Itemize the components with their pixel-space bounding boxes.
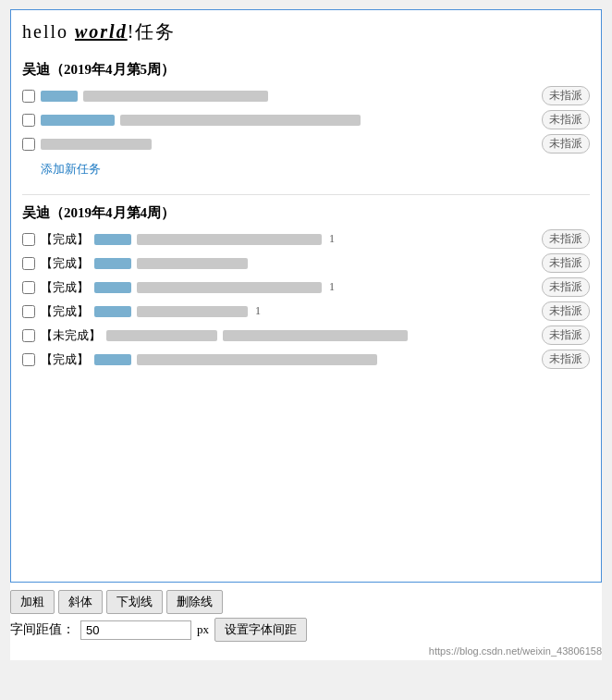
task-content: 【完成】 1	[41, 279, 536, 296]
task-blur-text	[137, 258, 248, 269]
task-blur-text	[120, 115, 361, 126]
title-suffix: !任务	[128, 21, 177, 42]
formatting-toolbar: 加粗 斜体 下划线 删除线	[10, 583, 602, 618]
unassigned-badge: 未指派	[542, 350, 590, 369]
task-row: 【完成】 未指派	[22, 253, 590, 273]
task-blur-text	[94, 234, 131, 245]
section-week5-header: 吴迪（2019年4月第5周）	[22, 61, 590, 79]
spacing-label: 字间距值：	[10, 621, 75, 638]
task-blur-text	[41, 115, 115, 126]
task-content: 【完成】	[41, 255, 536, 272]
title-prefix: hello	[22, 21, 75, 42]
task-checkbox[interactable]	[22, 90, 35, 103]
task-blur-text	[83, 91, 268, 102]
task-checkbox[interactable]	[22, 281, 35, 294]
task-prefix: 【完成】	[41, 303, 89, 320]
bold-button[interactable]: 加粗	[10, 590, 55, 614]
task-prefix: 【完成】	[41, 255, 89, 272]
task-count: 1	[253, 304, 263, 318]
task-blur-text	[41, 91, 78, 102]
task-content	[41, 115, 536, 126]
set-spacing-button[interactable]: 设置字体间距	[214, 618, 307, 642]
page-title: hello world!任务	[22, 19, 590, 44]
strikethrough-button[interactable]: 删除线	[166, 590, 223, 614]
task-row: 【完成】 未指派	[22, 350, 590, 369]
unassigned-badge: 未指派	[542, 253, 590, 273]
task-blur-text	[94, 282, 131, 293]
title-world: world	[75, 21, 128, 42]
spacing-unit: px	[197, 622, 209, 637]
task-content: 【未完成】	[41, 327, 536, 344]
task-prefix: 【完成】	[41, 231, 89, 248]
task-blur-text	[94, 354, 131, 365]
section-week4-header: 吴迪（2019年4月第4周）	[22, 204, 590, 222]
unassigned-badge: 未指派	[542, 134, 590, 154]
task-content: 【完成】	[41, 351, 536, 368]
task-prefix: 【完成】	[41, 351, 89, 368]
task-checkbox[interactable]	[22, 305, 35, 318]
section-divider	[22, 194, 590, 195]
unassigned-badge: 未指派	[542, 229, 590, 249]
unassigned-badge: 未指派	[542, 110, 590, 129]
task-row: 【完成】 1 未指派	[22, 301, 590, 321]
task-blur-text	[137, 282, 322, 293]
task-prefix: 【完成】	[41, 279, 89, 296]
task-content: 【完成】 1	[41, 231, 536, 248]
unassigned-badge: 未指派	[542, 325, 590, 345]
task-row: 未指派	[22, 86, 590, 105]
task-checkbox[interactable]	[22, 353, 35, 366]
section-week5: 吴迪（2019年4月第5周） 未指派 未指派	[22, 61, 590, 178]
content-area: hello world!任务 吴迪（2019年4月第5周） 未指派 未	[10, 9, 602, 583]
task-blur-text	[94, 306, 131, 317]
task-blur-text	[137, 306, 248, 317]
page-wrapper: hello world!任务 吴迪（2019年4月第5周） 未指派 未	[10, 9, 602, 660]
spacing-input[interactable]	[80, 620, 191, 640]
task-checkbox[interactable]	[22, 257, 35, 270]
add-task-link[interactable]: 添加新任务	[41, 161, 101, 178]
task-blur-text	[94, 258, 131, 269]
letter-spacing-row: 字间距值： px 设置字体间距	[10, 618, 602, 642]
unassigned-badge: 未指派	[542, 86, 590, 105]
unassigned-badge: 未指派	[542, 301, 590, 321]
task-row: 【完成】 1 未指派	[22, 229, 590, 249]
watermark: https://blog.csdn.net/weixin_43806158	[10, 642, 602, 660]
section-week4: 吴迪（2019年4月第4周） 【完成】 1 未指派 【完成】	[22, 204, 590, 369]
underline-button[interactable]: 下划线	[106, 590, 163, 614]
task-count: 1	[327, 280, 337, 294]
italic-button[interactable]: 斜体	[58, 590, 103, 614]
task-content	[41, 139, 536, 150]
unassigned-badge: 未指派	[542, 277, 590, 297]
task-count: 1	[327, 232, 337, 246]
task-checkbox[interactable]	[22, 233, 35, 246]
task-prefix: 【未完成】	[41, 327, 101, 344]
task-blur-text	[106, 330, 217, 341]
task-row: 未指派	[22, 110, 590, 129]
task-content	[41, 91, 536, 102]
task-checkbox[interactable]	[22, 138, 35, 151]
task-row: 未指派	[22, 134, 590, 154]
task-checkbox[interactable]	[22, 114, 35, 127]
task-blur-text	[137, 234, 322, 245]
task-checkbox[interactable]	[22, 329, 35, 342]
task-blur-text	[41, 139, 152, 150]
task-content: 【完成】 1	[41, 303, 536, 320]
task-blur-text	[137, 354, 377, 365]
task-blur-text	[223, 330, 408, 341]
task-row: 【未完成】 未指派	[22, 325, 590, 345]
task-row: 【完成】 1 未指派	[22, 277, 590, 297]
